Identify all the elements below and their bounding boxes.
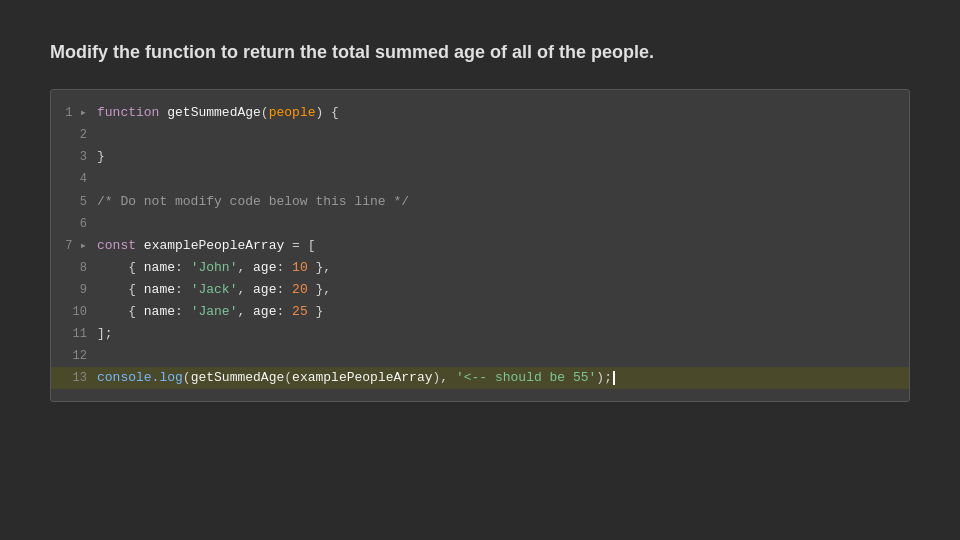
line-number-8: 8: [59, 258, 87, 278]
code-line-6: 6: [51, 213, 909, 235]
line-number-3: 3: [59, 147, 87, 167]
line-number-4: 4: [59, 169, 87, 189]
code-line-13: 13 console.log(getSummedAge(examplePeopl…: [51, 367, 909, 389]
code-line-2: 2: [51, 124, 909, 146]
line-number-9: 9: [59, 280, 87, 300]
line-content-9: { name: 'Jack', age: 20 },: [97, 279, 331, 301]
line-content-5: /* Do not modify code below this line */: [97, 191, 409, 213]
code-line-8: 8 { name: 'John', age: 10 },: [51, 257, 909, 279]
code-line-11: 11 ];: [51, 323, 909, 345]
code-line-9: 9 { name: 'Jack', age: 20 },: [51, 279, 909, 301]
code-line-4: 4: [51, 168, 909, 190]
line-number-12: 12: [59, 346, 87, 366]
line-content-11: ];: [97, 323, 113, 345]
line-content-8: { name: 'John', age: 10 },: [97, 257, 331, 279]
code-line-3: 3 }: [51, 146, 909, 168]
line-content-10: { name: 'Jane', age: 25 }: [97, 301, 323, 323]
line-content-6: [97, 213, 105, 235]
line-content-1: function getSummedAge(people) {: [97, 102, 339, 124]
code-line-7: 7 ▸ const examplePeopleArray = [: [51, 235, 909, 257]
line-content-13: console.log(getSummedAge(examplePeopleAr…: [97, 367, 615, 389]
code-line-5: 5 /* Do not modify code below this line …: [51, 191, 909, 213]
line-number-5: 5: [59, 192, 87, 212]
code-line-1: 1 ▸ function getSummedAge(people) {: [51, 102, 909, 124]
line-content-12: [97, 345, 105, 367]
line-number-7: 7 ▸: [59, 236, 87, 256]
code-line-12: 12: [51, 345, 909, 367]
instruction-text: Modify the function to return the total …: [50, 40, 654, 65]
line-content-2: [97, 124, 105, 146]
line-content-4: [97, 168, 105, 190]
line-number-6: 6: [59, 214, 87, 234]
line-content-3: }: [97, 146, 105, 168]
line-content-7: const examplePeopleArray = [: [97, 235, 315, 257]
line-number-1: 1 ▸: [59, 103, 87, 123]
line-number-11: 11: [59, 324, 87, 344]
code-editor[interactable]: 1 ▸ function getSummedAge(people) { 2 3 …: [50, 89, 910, 402]
line-number-10: 10: [59, 302, 87, 322]
line-number-2: 2: [59, 125, 87, 145]
code-line-10: 10 { name: 'Jane', age: 25 }: [51, 301, 909, 323]
line-number-13: 13: [59, 368, 87, 388]
